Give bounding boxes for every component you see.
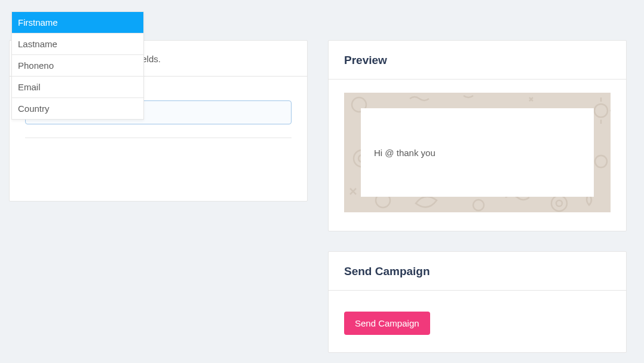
divider xyxy=(25,138,292,138)
preview-body: Hi @ thank you xyxy=(329,80,626,228)
preview-card: Preview xyxy=(328,40,627,231)
svg-point-7 xyxy=(551,196,567,211)
dropdown-item-lastname[interactable]: Lastname xyxy=(12,33,143,55)
preview-message-box: Hi @ thank you xyxy=(361,108,594,197)
preview-background: Hi @ thank you xyxy=(344,93,611,212)
preview-title: Preview xyxy=(329,41,626,80)
send-campaign-button[interactable]: Send Campaign xyxy=(344,312,430,335)
dropdown-item-country[interactable]: Country xyxy=(12,98,143,119)
svg-point-6 xyxy=(473,200,484,211)
svg-point-9 xyxy=(594,104,608,117)
merge-fields-dropdown: FirstnameLastnamePhonenoEmailCountry xyxy=(11,11,144,120)
dropdown-item-phoneno[interactable]: Phoneno xyxy=(12,55,143,77)
preview-message-text: Hi @ thank you xyxy=(374,148,436,158)
svg-point-14 xyxy=(595,155,607,167)
dropdown-item-email[interactable]: Email xyxy=(12,77,143,98)
svg-point-8 xyxy=(556,200,562,206)
send-campaign-title: Send Campaign xyxy=(329,252,626,291)
dropdown-item-firstname[interactable]: Firstname xyxy=(12,12,143,33)
send-campaign-card: Send Campaign Send Campaign xyxy=(328,251,627,353)
send-campaign-body: Send Campaign xyxy=(329,291,626,356)
